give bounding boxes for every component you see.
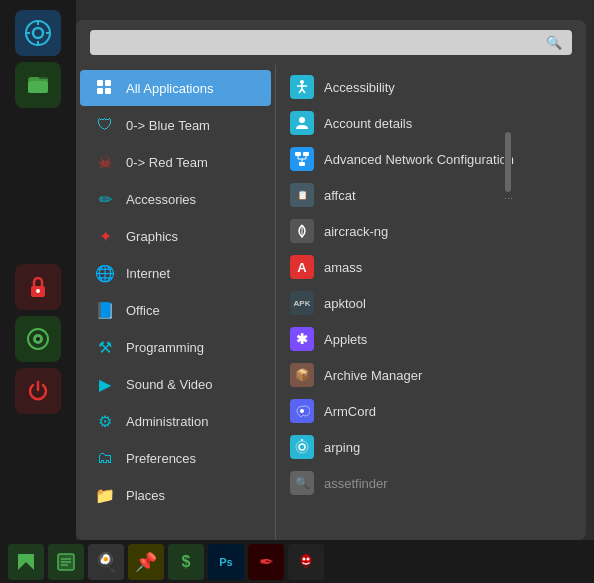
scrollbar-track[interactable]: ⋯	[504, 130, 512, 530]
finance-bottom-icon[interactable]: $	[168, 544, 204, 580]
svg-line-21	[302, 89, 305, 93]
cat-item-graphics[interactable]: ✦ Graphics	[80, 218, 271, 254]
cat-item-red-team[interactable]: ☠ 0-> Red Team	[80, 144, 271, 180]
graphics-icon: ✦	[94, 225, 116, 247]
svg-point-32	[299, 444, 305, 450]
internet-icon: 🌐	[94, 262, 116, 284]
search-input[interactable]	[100, 35, 546, 50]
app-item-arping[interactable]: arping	[276, 429, 586, 465]
cat-item-places[interactable]: 📁 Places	[80, 477, 271, 513]
bottom-taskbar: 🍳 📌 $ Ps ✒	[0, 540, 594, 583]
power-taskbar-icon[interactable]	[15, 368, 61, 414]
app-item-applets[interactable]: ✱ Applets	[276, 321, 586, 357]
scroll-arrow-down[interactable]: ⋯	[504, 194, 512, 204]
scrollbar-thumb[interactable]	[505, 132, 511, 192]
arping-icon	[290, 435, 314, 459]
app-item-accessibility[interactable]: Accessibility	[276, 69, 586, 105]
app-label-apktool: apktool	[324, 296, 366, 311]
applets-icon: ✱	[290, 327, 314, 351]
apps-list: Accessibility Account details	[276, 65, 586, 540]
files-taskbar-icon[interactable]	[15, 62, 61, 108]
app-item-advanced-network[interactable]: Advanced Network Configuration	[276, 141, 586, 177]
app-label-arping: arping	[324, 440, 360, 455]
photoshop-bottom-icon[interactable]: Ps	[208, 544, 244, 580]
svg-rect-7	[28, 81, 48, 93]
left-taskbar	[0, 0, 76, 540]
app-label-amass: amass	[324, 260, 362, 275]
svg-point-33	[296, 441, 308, 453]
manjaro-bottom-icon[interactable]	[8, 544, 44, 580]
cat-label-office: Office	[126, 303, 160, 318]
preferences-icon: 🗂	[94, 447, 116, 469]
chef-bottom-icon[interactable]: 🍳	[88, 544, 124, 580]
cat-item-all-applications[interactable]: All Applications	[80, 70, 271, 106]
sticky-bottom-icon[interactable]: 📌	[128, 544, 164, 580]
cat-label-graphics: Graphics	[126, 229, 178, 244]
cat-label-all-applications: All Applications	[126, 81, 213, 96]
aircrack-ng-icon	[290, 219, 314, 243]
hacksign-bottom-icon[interactable]	[288, 544, 324, 580]
app-label-armcord: ArmCord	[324, 404, 376, 419]
amass-icon: A	[290, 255, 314, 279]
places-icon: 📁	[94, 484, 116, 506]
app-item-affcat[interactable]: 📋 affcat	[276, 177, 586, 213]
assetfinder-icon: 🔍	[290, 471, 314, 495]
svg-rect-14	[105, 80, 111, 86]
app-label-affcat: affcat	[324, 188, 356, 203]
app-label-advanced-network: Advanced Network Configuration	[324, 152, 514, 167]
app-label-applets: Applets	[324, 332, 367, 347]
app-label-account-details: Account details	[324, 116, 412, 131]
search-bar: 🔍	[76, 20, 586, 65]
cat-item-administration[interactable]: ⚙ Administration	[80, 403, 271, 439]
app-label-aircrack-ng: aircrack-ng	[324, 224, 388, 239]
cat-item-office[interactable]: 📘 Office	[80, 292, 271, 328]
cat-item-blue-team[interactable]: 🛡 0-> Blue Team	[80, 107, 271, 143]
search-icon: 🔍	[546, 35, 562, 50]
settings-taskbar-icon[interactable]	[15, 10, 61, 56]
svg-point-17	[300, 80, 304, 84]
office-icon: 📘	[94, 299, 116, 321]
svg-point-22	[299, 117, 305, 123]
search-input-wrap[interactable]: 🔍	[90, 30, 572, 55]
app-item-apktool[interactable]: APK apktool	[276, 285, 586, 321]
all-applications-icon	[94, 77, 116, 99]
app-item-account-details[interactable]: Account details	[276, 105, 586, 141]
advanced-network-icon	[290, 147, 314, 171]
app-item-archive-manager[interactable]: 📦 Archive Manager	[276, 357, 586, 393]
pen-bottom-icon[interactable]: ✒	[248, 544, 284, 580]
archive-manager-icon: 📦	[290, 363, 314, 387]
cat-label-internet: Internet	[126, 266, 170, 281]
monitor-taskbar-icon[interactable]	[15, 316, 61, 362]
cat-item-preferences[interactable]: 🗂 Preferences	[80, 440, 271, 476]
notes-bottom-icon[interactable]	[48, 544, 84, 580]
lock-taskbar-icon[interactable]	[15, 264, 61, 310]
cat-item-programming[interactable]: ⚒ Programming	[80, 329, 271, 365]
svg-point-42	[307, 557, 310, 560]
app-label-archive-manager: Archive Manager	[324, 368, 422, 383]
administration-icon: ⚙	[94, 410, 116, 432]
cat-item-internet[interactable]: 🌐 Internet	[80, 255, 271, 291]
programming-icon: ⚒	[94, 336, 116, 358]
svg-point-9	[36, 289, 40, 293]
app-label-assetfinder: assetfinder	[324, 476, 388, 491]
accessories-icon: ✏	[94, 188, 116, 210]
cat-label-preferences: Preferences	[126, 451, 196, 466]
cat-item-accessories[interactable]: ✏ Accessories	[80, 181, 271, 217]
svg-rect-23	[295, 152, 301, 156]
blue-team-icon: 🛡	[94, 114, 116, 136]
app-item-amass[interactable]: A amass	[276, 249, 586, 285]
account-details-icon	[290, 111, 314, 135]
app-item-aircrack-ng[interactable]: aircrack-ng	[276, 213, 586, 249]
armcord-icon	[290, 399, 314, 423]
cat-label-sound-video: Sound & Video	[126, 377, 213, 392]
cat-label-red-team: 0-> Red Team	[126, 155, 208, 170]
cat-item-sound-video[interactable]: ▶ Sound & Video	[80, 366, 271, 402]
app-item-assetfinder[interactable]: 🔍 assetfinder	[276, 465, 586, 501]
category-list: All Applications 🛡 0-> Blue Team ☠ 0-> R…	[76, 65, 276, 540]
app-item-armcord[interactable]: ArmCord	[276, 393, 586, 429]
apktool-icon: APK	[290, 291, 314, 315]
svg-point-31	[300, 409, 304, 413]
svg-point-41	[303, 557, 306, 560]
cat-label-programming: Programming	[126, 340, 204, 355]
svg-rect-15	[97, 88, 103, 94]
